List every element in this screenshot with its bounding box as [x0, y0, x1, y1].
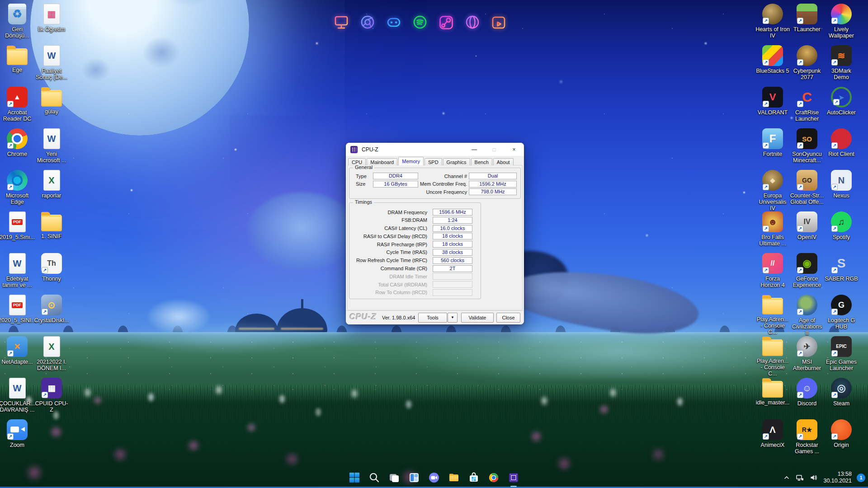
- desktop-icon[interactable]: N Nexus: [824, 170, 859, 211]
- desktop-icon[interactable]: ♫ Spotify: [824, 211, 859, 253]
- desktop-icon[interactable]: ✕ NetAdapte...: [0, 336, 34, 378]
- desktop-icon[interactable]: Microsoft Edge: [0, 170, 34, 211]
- shortcut-arrow-icon: [797, 350, 803, 357]
- desktop-icon[interactable]: R★ Rockstar Games ...: [790, 419, 824, 461]
- chrome-taskbar-icon[interactable]: [487, 471, 500, 484]
- validate-button[interactable]: Validate: [461, 313, 494, 323]
- desktop-icon-label: Age of Civilizations II: [790, 317, 824, 336]
- desktop-icon[interactable]: G Logitech G HUB: [824, 295, 859, 336]
- desktop-icon[interactable]: X 20212022 I. DÖNEM I...: [34, 336, 69, 378]
- tools-button[interactable]: Tools: [418, 313, 447, 323]
- field-value: DDR4: [373, 173, 418, 179]
- desktop-icon[interactable]: PDF 2019_5.Sını...: [0, 211, 34, 253]
- desktop-icon-label: gülay: [45, 108, 58, 115]
- widgets-icon[interactable]: [408, 471, 420, 484]
- desktop-icon[interactable]: Play.Adren... - Console C...: [755, 336, 790, 378]
- timing-value: [433, 281, 472, 288]
- desktop-icon[interactable]: Λ AnimeciX: [755, 419, 790, 461]
- desktop-icon[interactable]: Play.Adren... - Console C...: [755, 295, 790, 336]
- desktop-icon[interactable]: SO SonOyuncu Minecraft...: [790, 128, 824, 170]
- desktop-icon[interactable]: ▲ Acrobat Reader DC: [0, 87, 34, 128]
- desktop-icon[interactable]: F Fortnite: [755, 128, 790, 170]
- desktop-icon[interactable]: idle_master...: [755, 378, 790, 419]
- desktop-icon[interactable]: IV OpenIV: [790, 211, 824, 253]
- desktop-icon[interactable]: W Edebiyat tanımı ve ...: [0, 253, 34, 295]
- tools-dropdown-arrow[interactable]: ▼: [448, 313, 458, 323]
- desktop-icon[interactable]: X raporlar: [34, 170, 69, 211]
- desktop-icon[interactable]: 1. SINIF: [34, 211, 69, 253]
- desktop-icon-image: [831, 4, 852, 24]
- desktop-icon[interactable]: Zoom: [0, 419, 34, 461]
- desktop-icon[interactable]: ≋ 3DMark Demo: [824, 45, 859, 87]
- desktop-icon-label: Origin: [834, 442, 849, 448]
- desktop-icon[interactable]: Th Thonny: [34, 253, 69, 295]
- desktop-icon[interactable]: Age of Civilizations II: [790, 295, 824, 336]
- close-dialog-button[interactable]: Close: [496, 313, 520, 323]
- desktop-icon[interactable]: Chrome: [0, 128, 34, 170]
- desktop-icon[interactable]: W Yeni Microsoft ...: [34, 128, 69, 170]
- tab[interactable]: Mainboard: [367, 158, 397, 165]
- desktop-icon[interactable]: EPIC Epic Games Launcher: [824, 336, 859, 378]
- desktop-icon[interactable]: ▦ CPUID CPU-Z: [34, 378, 69, 419]
- tab[interactable]: Graphics: [443, 158, 470, 165]
- search-icon[interactable]: [368, 471, 381, 484]
- minimize-button[interactable]: —: [464, 143, 484, 156]
- shortcut-arrow-icon: [763, 142, 769, 149]
- desktop-icon-image: ♻: [8, 4, 26, 24]
- desktop-icon-image: X: [43, 170, 60, 191]
- maximize-button[interactable]: □: [484, 143, 504, 156]
- desktop-icon[interactable]: Hearts of Iron IV: [755, 4, 790, 45]
- desktop-icon[interactable]: Riot Client: [824, 128, 859, 170]
- notification-badge[interactable]: 1: [857, 474, 865, 482]
- cpuz-taskbar-icon[interactable]: [507, 471, 520, 484]
- tab[interactable]: Memory: [398, 157, 424, 165]
- desktop-icon[interactable]: ☻ Bro Falls Ultimate ...: [755, 211, 790, 253]
- tab[interactable]: SPD: [425, 158, 442, 165]
- desktop-icon[interactable]: V VALORANT: [755, 87, 790, 128]
- desktop-icon[interactable]: ☺ Discord: [790, 378, 824, 419]
- desktop-icon[interactable]: ♻ Geri Dönüşü...: [0, 4, 34, 45]
- desktop-icon[interactable]: TLauncher: [790, 4, 824, 45]
- tab[interactable]: CPU: [348, 158, 366, 165]
- desktop-icon[interactable]: Cyberpunk 2077: [790, 45, 824, 87]
- desktop-icon[interactable]: Origin: [824, 419, 859, 461]
- microsoft-store-icon[interactable]: [467, 471, 480, 484]
- desktop-icon[interactable]: ⊙ CrystalDiskI...: [34, 295, 69, 336]
- desktop-icon[interactable]: ➤ AutoClicker: [824, 87, 859, 128]
- desktop-icon[interactable]: W Faaliyet Sonuç (De...: [34, 45, 69, 87]
- taskbar-icons: [348, 471, 520, 484]
- desktop-icon[interactable]: GO Counter-Str... Global Offe...: [790, 170, 824, 211]
- task-view-icon[interactable]: [388, 471, 401, 484]
- desktop-icon[interactable]: C CraftRise Launcher: [790, 87, 824, 128]
- tab[interactable]: About: [493, 158, 514, 165]
- desktop-icon[interactable]: S SABER RGB: [824, 253, 859, 295]
- desktop-icon[interactable]: BlueStacks 5: [755, 45, 790, 87]
- title-bar[interactable]: CPU-Z — □ ×: [346, 143, 524, 156]
- desktop-icon-label: 2019_5.Sını...: [0, 234, 35, 240]
- speaker-icon[interactable]: [809, 473, 818, 482]
- clock[interactable]: 13:58 30.10.2021: [823, 471, 852, 484]
- shortcut-arrow-icon: [7, 184, 14, 190]
- close-button[interactable]: ×: [504, 143, 524, 156]
- desktop-icon[interactable]: ◎ Steam: [824, 378, 859, 419]
- tray-chevron-up-icon[interactable]: [783, 474, 790, 481]
- desktop-icon[interactable]: PDF 2020_5_SINI...: [0, 295, 34, 336]
- zoom-app-icon[interactable]: [428, 471, 440, 484]
- tab[interactable]: Bench: [471, 158, 492, 165]
- desktop-icon[interactable]: // Forza Horizon 4: [755, 253, 790, 295]
- desktop-icon[interactable]: Ege: [0, 45, 34, 87]
- start-button[interactable]: [348, 471, 361, 484]
- desktop-icon[interactable]: ✈ MSI Afterburner: [790, 336, 824, 378]
- desktop-icon[interactable]: ◉ GeForce Experience: [790, 253, 824, 295]
- icon-glyph: Λ: [769, 425, 775, 434]
- network-icon[interactable]: [795, 473, 804, 482]
- file-explorer-icon[interactable]: [448, 471, 460, 484]
- tray-time: 13:58: [823, 471, 852, 478]
- field-row: Size 16 GBytes: [356, 181, 418, 188]
- desktop-icon[interactable]: W ÇOCUKLAR... DAVRANIŞ ...: [0, 378, 34, 419]
- desktop-icon[interactable]: ▦ İlk Öğretim: [34, 4, 69, 45]
- desktop-icon-image: Th: [41, 253, 62, 274]
- desktop-icon[interactable]: gülay: [34, 87, 69, 128]
- desktop-icon[interactable]: ◆ Europa Universalis IV: [755, 170, 790, 211]
- desktop-icon[interactable]: Lively Wallpaper: [824, 4, 859, 45]
